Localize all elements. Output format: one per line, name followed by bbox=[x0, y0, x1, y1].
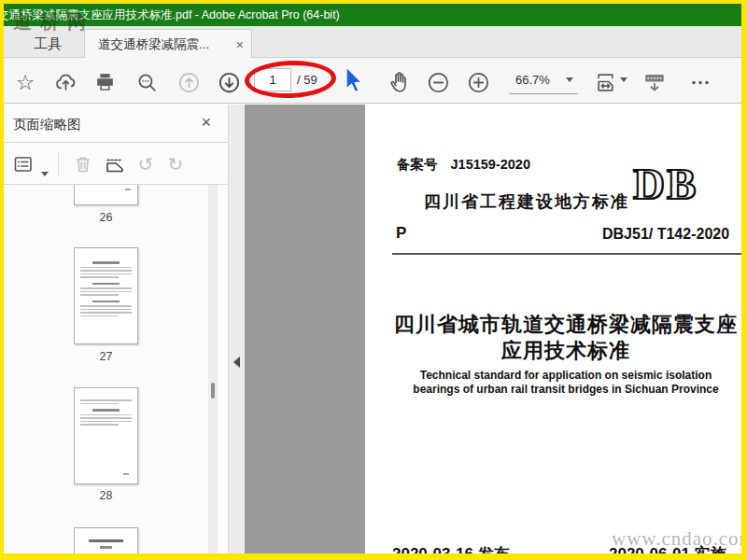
title-cn-line2: 应用技术标准 bbox=[365, 338, 741, 364]
site-watermark-bottom: www.cndao.com bbox=[612, 527, 741, 551]
previous-page-icon bbox=[176, 70, 201, 94]
rotate-left-glyph: ↺ bbox=[138, 154, 154, 175]
more-options-icon[interactable] bbox=[686, 70, 714, 94]
standard-category: 四川省工程建设地方标准 bbox=[424, 190, 629, 213]
thumbnail-content bbox=[75, 261, 137, 316]
header-rule bbox=[392, 253, 741, 255]
rotate-right-glyph: ↻ bbox=[168, 154, 184, 175]
thumbnail-list: 26 27 bbox=[4, 185, 228, 553]
thumbnail-options-caret-icon[interactable] bbox=[41, 172, 49, 176]
next-page-icon[interactable] bbox=[217, 70, 241, 94]
extract-pages-icon[interactable] bbox=[103, 152, 127, 176]
main-toolbar: ☆ bbox=[4, 58, 741, 104]
db-logo: DB bbox=[633, 159, 726, 209]
title-en-line1: Technical standard for application on se… bbox=[365, 369, 741, 383]
panel-title: 页面缩略图 bbox=[13, 116, 81, 133]
zoom-combobox-underline bbox=[509, 93, 578, 94]
search-icon[interactable] bbox=[134, 70, 159, 94]
record-number: J15159-2020 bbox=[451, 157, 530, 172]
pdf-page: 备案号J15159-2020 DB 四川省工程建设地方标准 P DBJ51/ T… bbox=[365, 105, 741, 553]
issue-date: 2020-03-16 发布 bbox=[392, 543, 510, 553]
title-block: 四川省城市轨道交通桥梁减隔震支座 应用技术标准 Technical standa… bbox=[365, 312, 741, 396]
thumbnail-content bbox=[125, 189, 131, 190]
title-bar: 交通桥梁减隔震支座应用技术标准.pdf - Adobe Acrobat Pro … bbox=[4, 4, 741, 26]
share-cloud-icon[interactable] bbox=[53, 70, 78, 94]
document-view[interactable]: 备案号J15159-2020 DB 四川省工程建设地方标准 P DBJ51/ T… bbox=[245, 105, 741, 553]
thumbnail-options-icon[interactable] bbox=[11, 152, 35, 176]
classification-letter: P bbox=[396, 224, 406, 243]
panel-header: 页面缩略图 × bbox=[4, 105, 228, 143]
delete-pages-icon bbox=[71, 152, 95, 176]
tab-bar: 工具 道交通桥梁减隔震... × bbox=[4, 26, 741, 58]
thumbnail-label: 28 bbox=[74, 489, 138, 502]
acrobat-window: 交通桥梁减隔震支座应用技术标准.pdf - Adobe Acrobat Pro … bbox=[4, 4, 741, 553]
thumbnail-page-29[interactable] bbox=[74, 527, 138, 553]
record-label: 备案号 bbox=[397, 157, 438, 172]
collapse-toolbar-icon[interactable] bbox=[642, 70, 667, 94]
tab-close-icon[interactable]: × bbox=[231, 37, 244, 52]
panel-splitter[interactable] bbox=[228, 105, 245, 553]
thumbnail-content bbox=[75, 399, 137, 426]
thumbnail-page-28[interactable] bbox=[74, 387, 138, 484]
tab-document-label: 道交通桥梁减隔震... bbox=[98, 36, 231, 53]
tab-tools-label: 工具 bbox=[34, 35, 62, 53]
zoom-out-icon[interactable] bbox=[426, 70, 450, 94]
collapse-panel-icon[interactable] bbox=[233, 357, 240, 368]
title-cn-line1: 四川省城市轨道交通桥梁减隔震支座 bbox=[365, 312, 741, 338]
red-ellipse-annotation bbox=[244, 59, 336, 99]
zoom-dropdown-caret-icon[interactable] bbox=[566, 77, 573, 82]
fit-width-icon[interactable] bbox=[593, 70, 617, 94]
standard-number: DBJ51/ T142-2020 bbox=[602, 226, 729, 243]
zoom-level-value[interactable]: 66.7% bbox=[515, 73, 550, 87]
rotate-left-icon: ↺ bbox=[134, 152, 158, 176]
zoom-in-icon[interactable] bbox=[466, 70, 490, 94]
toolbar-separator bbox=[58, 152, 59, 175]
thumbnail-scrollbar-thumb[interactable] bbox=[211, 383, 215, 399]
record-number-row: 备案号J15159-2020 bbox=[397, 156, 530, 174]
star-glyph: ☆ bbox=[16, 72, 35, 92]
panel-toolbar: ↺ ↻ bbox=[4, 143, 228, 185]
thumbnail-content bbox=[75, 539, 137, 553]
fit-dropdown-caret-icon[interactable] bbox=[620, 77, 627, 82]
main-region: 页面缩略图 × bbox=[4, 105, 741, 553]
thumbnail-page-26[interactable] bbox=[74, 185, 138, 205]
star-icon[interactable]: ☆ bbox=[13, 70, 37, 94]
thumbnail-label: 27 bbox=[74, 350, 138, 363]
panel-close-icon[interactable]: × bbox=[201, 113, 211, 133]
thumbnail-label: 26 bbox=[74, 211, 138, 224]
thumbnail-content bbox=[123, 473, 129, 475]
tab-document[interactable]: 道交通桥梁减隔震... × bbox=[84, 29, 252, 59]
window-title: 交通桥梁减隔震支座应用技术标准.pdf - Adobe Acrobat Pro … bbox=[4, 7, 340, 23]
rotate-right-icon: ↻ bbox=[163, 152, 188, 176]
hand-tool-icon[interactable] bbox=[387, 70, 411, 94]
print-icon[interactable] bbox=[92, 70, 117, 94]
thumbnail-page-27[interactable] bbox=[74, 247, 138, 344]
page-thumbnails-panel: 页面缩略图 × bbox=[4, 105, 228, 553]
mouse-cursor-icon bbox=[345, 66, 366, 94]
title-en-line2: bearings of urban rail transit bridges i… bbox=[365, 383, 741, 397]
tab-tools[interactable]: 工具 bbox=[11, 30, 84, 58]
screenshot-yellow-frame: 交通桥梁减隔震支座应用技术标准.pdf - Adobe Acrobat Pro … bbox=[0, 0, 747, 560]
thumbnail-scrollbar-track[interactable] bbox=[208, 185, 218, 553]
